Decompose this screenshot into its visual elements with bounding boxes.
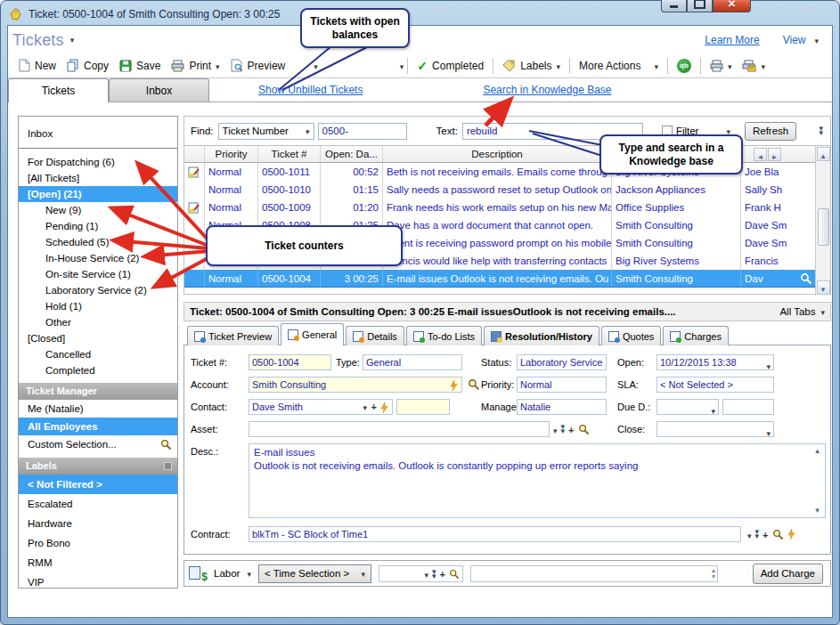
due-date-field[interactable] xyxy=(657,399,719,415)
charge-description-field[interactable] xyxy=(470,565,718,582)
sidebar-item-open[interactable]: [Open] (21) xyxy=(19,186,177,202)
sidebar-item-inbox[interactable]: Inbox xyxy=(19,125,177,142)
maximize-button[interactable] xyxy=(687,0,713,12)
sidebar-item-completed[interactable]: Completed xyxy=(19,362,177,378)
col-icon[interactable] xyxy=(184,146,205,162)
open-date-field[interactable]: 10/12/2015 13:38 xyxy=(657,354,774,370)
tab-resolution-history[interactable]: Resolution/History xyxy=(484,326,599,345)
status-field[interactable]: Laboratory Service xyxy=(517,354,607,370)
sidebar-item-hardware[interactable]: Hardware xyxy=(19,514,177,533)
col-description[interactable]: Description xyxy=(383,146,612,162)
scroll-left-button[interactable] xyxy=(754,148,767,161)
search-kb-link[interactable]: Search in Knowledge Base xyxy=(483,84,611,96)
scroll-right-button[interactable] xyxy=(768,148,781,161)
search-icon[interactable] xyxy=(468,378,480,391)
chevron-down-icon[interactable] xyxy=(363,400,367,415)
sidebar-item-pro-bono[interactable]: Pro Bono xyxy=(19,533,177,553)
sidebar-item-cancelled[interactable]: Cancelled xyxy=(19,346,177,362)
print-email-button[interactable] xyxy=(737,57,771,75)
plus-icon[interactable] xyxy=(371,400,377,414)
print-button[interactable]: Print xyxy=(166,57,224,75)
lightning-icon[interactable] xyxy=(450,380,458,391)
plus-icon[interactable] xyxy=(763,526,768,542)
chevron-down-icon[interactable] xyxy=(711,403,715,415)
contact-field[interactable]: Dave Smith xyxy=(249,399,393,415)
priority-field[interactable]: Normal xyxy=(517,377,607,393)
col-ticket[interactable]: Ticket # xyxy=(258,146,321,162)
sidebar-item-hold[interactable]: Hold (1) xyxy=(19,298,177,314)
learn-more-link[interactable]: Learn More xyxy=(705,34,759,46)
chevron-down-icon[interactable] xyxy=(424,569,428,580)
type-field[interactable]: General xyxy=(363,354,462,370)
view-menu[interactable]: View xyxy=(783,34,819,46)
quickbooks-button[interactable] xyxy=(672,56,697,76)
show-unbilled-link[interactable]: Show Unbilled Tickets xyxy=(258,84,363,96)
chevron-down-icon[interactable] xyxy=(747,526,752,542)
tab-todo-lists[interactable]: To-do Lists xyxy=(406,326,482,345)
sidebar-item-rmm[interactable]: RMM xyxy=(19,553,177,572)
sidebar-item-onsite-service[interactable]: On-site Service (1) xyxy=(19,266,177,282)
tab-inbox[interactable]: Inbox xyxy=(109,78,209,101)
contract-field[interactable]: blkTm - SC Block of Time1 xyxy=(249,526,741,542)
tab-quotes[interactable]: Quotes xyxy=(601,326,661,345)
plus-icon[interactable] xyxy=(568,421,574,437)
sidebar-item-scheduled[interactable]: Scheduled (5) xyxy=(19,234,177,250)
print-dropdown-icon[interactable] xyxy=(216,60,220,72)
col-open[interactable]: Open: Da... xyxy=(321,146,383,162)
ticket-number-field[interactable]: 0500-1004 xyxy=(249,354,331,370)
all-tabs-dropdown[interactable]: All Tabs xyxy=(779,306,825,317)
sidebar-item-escalated[interactable]: Escalated xyxy=(19,494,177,514)
description-textarea[interactable]: E-mail issues Outlook is not receiving e… xyxy=(249,443,826,518)
sidebar-item-other[interactable]: Other xyxy=(19,314,177,330)
expand-down-icon[interactable] xyxy=(561,425,566,434)
sidebar-item-custom-selection[interactable]: Custom Selection... xyxy=(19,435,177,453)
more-actions-button[interactable]: More Actions xyxy=(574,57,664,75)
sidebar-item-closed[interactable]: [Closed] xyxy=(19,330,177,346)
lightning-icon[interactable] xyxy=(380,402,388,413)
close-date-field[interactable] xyxy=(657,421,774,437)
find-by-select[interactable]: Ticket Number xyxy=(218,123,314,140)
scrollbar-thumb[interactable] xyxy=(818,208,829,246)
preview-button[interactable]: Preview xyxy=(225,56,291,75)
labels-header-square-icon[interactable] xyxy=(164,462,172,470)
close-button[interactable] xyxy=(713,0,751,12)
sidebar-item-not-filtered[interactable]: < Not Filtered > xyxy=(19,475,177,494)
save-button[interactable]: Save xyxy=(114,57,166,75)
new-button[interactable]: New xyxy=(13,56,61,75)
labels-button[interactable]: Labels xyxy=(497,57,566,75)
sidebar-item-new[interactable]: New (9) xyxy=(19,202,177,218)
vertical-scrollbar[interactable] xyxy=(815,146,830,296)
preview-dropdown-icon[interactable] xyxy=(314,60,318,72)
scroll-up-button[interactable] xyxy=(817,147,830,161)
print-small-button[interactable] xyxy=(705,57,738,75)
sidebar-item-pending[interactable]: Pending (1) xyxy=(19,218,177,234)
sidebar-item-laboratory-service[interactable]: Laboratory Service (2) xyxy=(19,282,177,298)
manager-field[interactable]: Natalie xyxy=(517,399,607,415)
search-icon[interactable] xyxy=(800,272,812,285)
expand-down-icon[interactable] xyxy=(755,530,760,539)
contact-phone-field[interactable] xyxy=(396,399,450,415)
sidebar-item-all-tickets[interactable]: [All Tickets] xyxy=(19,170,177,186)
expand-down-icon[interactable] xyxy=(432,570,436,579)
table-row-selected[interactable]: Normal 0500-1004 3 00:25 E-mail issues O… xyxy=(184,270,815,288)
desc-scroll-down-icon[interactable] xyxy=(812,506,822,515)
minimize-button[interactable] xyxy=(661,0,687,12)
tab-details[interactable]: Details xyxy=(346,326,404,345)
sidebar-item-for-dispatching[interactable]: For Dispatching (6) xyxy=(19,154,177,170)
tab-tickets[interactable]: Tickets xyxy=(8,78,109,102)
account-field[interactable]: Smith Consulting xyxy=(249,377,462,393)
refresh-button[interactable]: Refresh xyxy=(745,122,796,141)
add-charge-button[interactable]: Add Charge xyxy=(753,564,823,584)
desc-scroll-up-icon[interactable] xyxy=(812,446,822,455)
expand-down-icon[interactable] xyxy=(819,126,823,135)
lightning-icon[interactable] xyxy=(787,529,795,540)
charge-item-field[interactable] xyxy=(379,565,463,582)
time-selection-dropdown[interactable]: < Time Selection > xyxy=(258,564,371,583)
search-icon[interactable] xyxy=(772,529,784,540)
chevron-down-icon[interactable] xyxy=(553,421,558,437)
table-row[interactable]: Normal 0500-1010 01:15 Sally needs a pas… xyxy=(184,181,815,199)
asset-field[interactable] xyxy=(249,421,550,437)
completed-button[interactable]: Completed xyxy=(412,56,489,76)
table-row[interactable]: Normal 0500-1009 01:20 Frank needs his w… xyxy=(184,199,815,216)
sidebar-item-inhouse-service[interactable]: In-House Service (2) xyxy=(19,250,177,266)
